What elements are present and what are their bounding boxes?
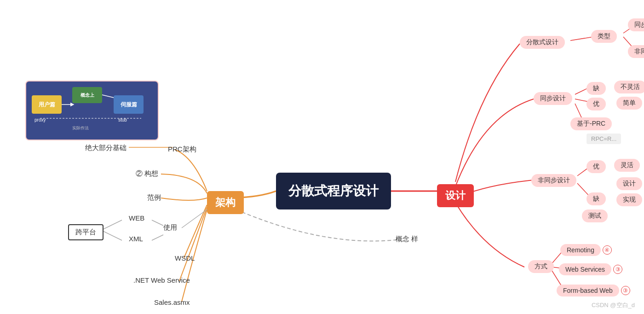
main-node: 分散式程序设计 xyxy=(276,173,391,209)
prc-node: PRC架构 xyxy=(168,145,196,154)
shiyong-node: 使用 xyxy=(163,223,177,232)
svg-line-6 xyxy=(152,235,163,240)
diag-arrows xyxy=(26,81,158,140)
kuapingtai-node: 跨平台 xyxy=(68,224,104,240)
linghuo-node: 灵活 xyxy=(614,159,640,172)
svg-line-1 xyxy=(102,95,114,98)
que-tongbu-node: 缺 xyxy=(586,82,606,95)
feitongbu-label-node: 非同 xyxy=(628,45,644,58)
svg-line-7 xyxy=(182,209,207,228)
formbased-badge: ③ xyxy=(621,286,630,295)
tongbu-node: 同步 xyxy=(628,18,644,31)
tongbu-sheji-node: 同步设计 xyxy=(534,92,572,105)
rpc-label-node: RPC=R... xyxy=(586,134,621,144)
feitongbu-sheji-node: 非同步设计 xyxy=(531,174,576,187)
net-web-node: .NET Web Service xyxy=(133,276,190,284)
remoting-node: Remoting ④ xyxy=(560,244,612,256)
svg-line-4 xyxy=(101,230,122,240)
jiyu-prc-node: 基于-PRC xyxy=(570,117,612,130)
sheji-node: 设计 xyxy=(437,184,474,207)
fanli-node: 范例 xyxy=(147,193,161,202)
svg-line-3 xyxy=(101,220,122,230)
svg-line-9 xyxy=(570,37,593,41)
gainian-node: 概念 样 xyxy=(396,235,418,244)
sheji-branch-node: 设计 xyxy=(616,177,642,190)
webservices-badge: ③ xyxy=(613,265,622,274)
fensan-sheji-node: 分散式设计 xyxy=(520,36,565,49)
architecture-diagram: 用户篇 概念上 伺服篇 proxy stub 实际作法 xyxy=(25,81,159,140)
webservices-node: Web Services ③ xyxy=(559,263,622,275)
formbased-node: Form-based Web ③ xyxy=(557,285,630,297)
leixing-node: 类型 xyxy=(591,30,617,43)
you-fei-node: 优 xyxy=(586,160,606,173)
goucheng-node: ② 构想 xyxy=(136,169,158,178)
bulihuo-node: 不灵活 xyxy=(614,81,644,93)
svg-line-5 xyxy=(152,220,163,226)
jiagou-node: 架构 xyxy=(207,191,244,214)
juedashufen-node: 绝大部分基础 xyxy=(85,144,126,152)
xml-node: XML xyxy=(129,235,143,243)
watermark: CSDN @空白_d xyxy=(592,301,635,309)
que-fei-node: 缺 xyxy=(586,192,606,205)
jiandan-node: 简单 xyxy=(616,97,642,110)
ceshi-node: 测试 xyxy=(582,209,608,222)
you-tongbu-node: 优 xyxy=(586,98,606,110)
web-node: WEB xyxy=(129,214,144,222)
fangshi-node: 方式 xyxy=(528,260,554,273)
shixian-node: 实现 xyxy=(616,193,642,206)
wsdl-node: WSDL xyxy=(175,254,195,262)
sales-node: Sales.asmx xyxy=(154,298,190,306)
remoting-badge: ④ xyxy=(603,245,612,255)
